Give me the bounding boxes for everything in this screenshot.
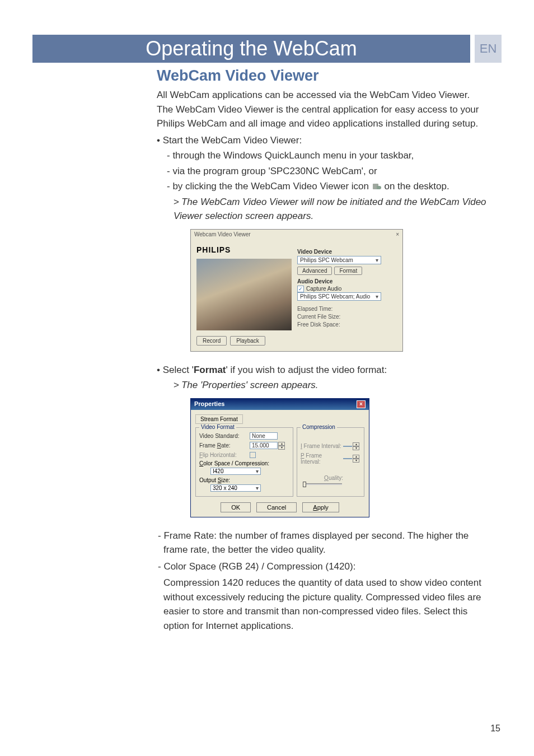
colorspace-label: Color Space / Compression: bbox=[199, 460, 289, 466]
video-format-legend: Video Format bbox=[199, 424, 236, 430]
frame-rate-desc: - Frame Rate: the number of frames displ… bbox=[163, 529, 487, 557]
compression-legend: Compression bbox=[301, 424, 337, 430]
stream-format-tab[interactable]: Stream Format bbox=[195, 414, 243, 424]
desktop-text-b: on the desktop. bbox=[384, 181, 449, 192]
audio-device-combo[interactable]: Philips SPC Webcam; Audio bbox=[297, 292, 381, 301]
page-number: 15 bbox=[490, 724, 500, 734]
colorspace-select[interactable]: I420 bbox=[210, 468, 261, 475]
quality-slider[interactable] bbox=[303, 483, 342, 485]
pframe-field[interactable] bbox=[343, 458, 352, 459]
viewer-window: Webcam Video Viewer × PHILIPS Record Pla… bbox=[190, 229, 403, 352]
viewer-titlebar: Webcam Video Viewer × bbox=[191, 230, 402, 240]
video-device-combo[interactable]: Philips SPC Webcam bbox=[297, 256, 381, 264]
intro-paragraph: All WebCam applications can be accessed … bbox=[157, 88, 487, 131]
format-bullet: Select 'Format' if you wish to adjust th… bbox=[157, 363, 487, 377]
props-result: >The 'Properties' screen appears. bbox=[174, 378, 487, 393]
language-box: EN bbox=[475, 35, 502, 63]
advanced-button[interactable]: Advanced bbox=[297, 267, 332, 275]
properties-window: Properties × Stream Format Video Format … bbox=[190, 398, 369, 517]
frame-rate-spinner[interactable]: ▴▾ bbox=[278, 442, 285, 450]
iframe-field[interactable] bbox=[343, 446, 352, 447]
capture-audio-label: Capture Audio bbox=[306, 286, 341, 292]
close-icon[interactable]: × bbox=[396, 231, 399, 237]
frame-rate-field[interactable]: 15.000 bbox=[250, 442, 278, 449]
props-title: Properties bbox=[194, 400, 224, 408]
quality-label: Quality: bbox=[301, 475, 343, 481]
video-format-fieldset: Video Format Video Standard: None Frame … bbox=[195, 427, 293, 497]
props-close-icon[interactable]: × bbox=[357, 400, 366, 408]
format-button[interactable]: Format bbox=[334, 267, 362, 275]
capture-audio-checkbox[interactable]: ✓ bbox=[297, 286, 304, 292]
pframe-spinner[interactable]: ▴▾ bbox=[353, 455, 359, 463]
status-info: Elapsed Time: Current File Size: Free Di… bbox=[297, 305, 397, 329]
playback-button[interactable]: Playback bbox=[230, 336, 265, 346]
section-heading: WebCam Video Viewer bbox=[157, 67, 487, 85]
main-content: WebCam Video Viewer All WebCam applicati… bbox=[157, 67, 487, 635]
output-size-label: Output Size: bbox=[199, 477, 289, 483]
iframe-label: I Frame Interval: bbox=[301, 443, 343, 449]
viewer-screenshot: Webcam Video Viewer × PHILIPS Record Pla… bbox=[190, 229, 487, 352]
flip-label: Flip Horizontal: bbox=[199, 452, 250, 458]
audio-device-label: Audio Device bbox=[297, 278, 397, 284]
chapter-title: Operating the WebCam bbox=[146, 37, 357, 60]
pframe-label: P Frame Interval: bbox=[301, 452, 343, 465]
iframe-spinner[interactable]: ▴▾ bbox=[353, 442, 359, 450]
frame-rate-label: Frame Rate: bbox=[199, 442, 250, 449]
video-standard-label: Video Standard: bbox=[199, 433, 250, 439]
properties-screenshot: Properties × Stream Format Video Format … bbox=[190, 398, 487, 517]
video-preview bbox=[196, 259, 292, 330]
quicklaunch-dash: - through the Windows QuickLaunch menu i… bbox=[172, 148, 487, 163]
apply-button[interactable]: Apply bbox=[302, 502, 339, 512]
compression-desc: Compression 1420 reduces the quantity of… bbox=[163, 576, 487, 633]
record-button[interactable]: Record bbox=[196, 336, 227, 346]
header-title-bar: Operating the WebCam bbox=[32, 35, 470, 63]
video-device-label: Video Device bbox=[297, 249, 397, 255]
start-bullet: Start the WebCam Video Viewer: bbox=[157, 133, 487, 148]
desktop-text-a: - by clicking the the WebCam Video Viewe… bbox=[167, 181, 369, 192]
compression-fieldset: Compression I Frame Interval: ▴▾ P Frame… bbox=[297, 427, 364, 497]
desktop-icon-dash: - by clicking the the WebCam Video Viewe… bbox=[172, 179, 487, 194]
viewer-result: >The WebCam Video Viewer will now be ini… bbox=[174, 195, 487, 223]
ok-button[interactable]: OK bbox=[221, 502, 251, 512]
color-space-desc: - Color Space (RGB 24) / Compression (14… bbox=[163, 559, 487, 574]
philips-logo: PHILIPS bbox=[196, 245, 292, 254]
chapter-header: Operating the WebCam EN bbox=[32, 35, 502, 63]
video-standard-field[interactable]: None bbox=[250, 432, 278, 440]
webcam-viewer-icon bbox=[372, 183, 382, 191]
cancel-button[interactable]: Cancel bbox=[256, 502, 297, 512]
viewer-window-title: Webcam Video Viewer bbox=[194, 231, 251, 237]
program-group-dash: - via the program group 'SPC230NC WebCam… bbox=[172, 164, 487, 179]
properties-titlebar: Properties × bbox=[191, 399, 369, 410]
output-size-select[interactable]: 320 x 240 bbox=[210, 484, 261, 492]
flip-checkbox[interactable] bbox=[250, 452, 256, 458]
language-code: EN bbox=[480, 41, 497, 56]
